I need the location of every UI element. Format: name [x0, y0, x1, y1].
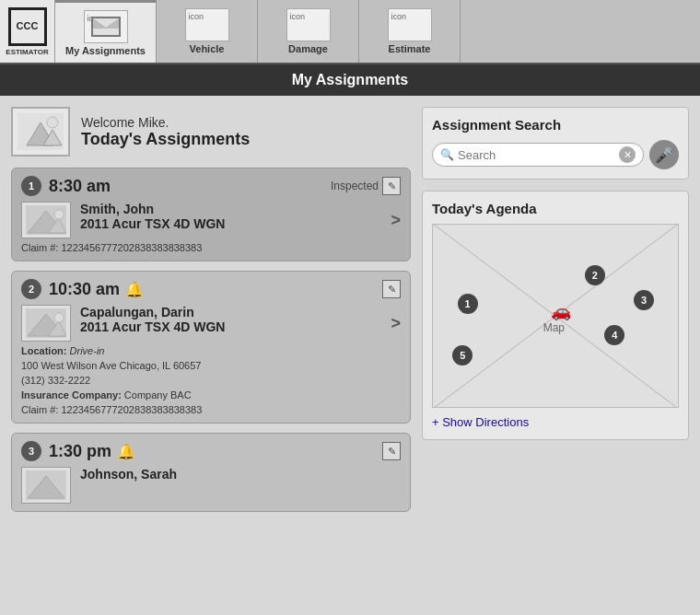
tab-label-my-assignments: My Assignments	[65, 45, 146, 56]
card-insurance-2: Insurance Company: Company BAC	[21, 389, 401, 400]
card-claim-1: Claim #: 1223456777202838383838383	[21, 242, 401, 253]
map-dot-4: 4	[604, 325, 624, 345]
card-info-1: Smith, John 2011 Acur TSX 4D WGN	[80, 202, 385, 231]
card-time-2: 10:30 am	[49, 280, 120, 299]
left-panel: Welcome Mike. Today's Assignments 1 8:30…	[11, 107, 411, 615]
bell-icon-3: 🔔	[117, 443, 135, 460]
card-status-2: ✎	[382, 280, 401, 298]
map-dot-3: 3	[634, 290, 654, 310]
car-icon: 🚗	[551, 301, 571, 321]
tab-label-damage: Damage	[288, 43, 328, 54]
mountain-icon	[18, 113, 64, 150]
tab-estimate[interactable]: icon Estimate	[359, 0, 461, 63]
svg-point-7	[54, 210, 64, 219]
card-header-1: 1 8:30 am Inspected ✎	[21, 176, 401, 196]
welcome-text: Welcome Mike. Today's Assignments	[81, 115, 250, 149]
agenda-title: Today's Agenda	[432, 201, 679, 216]
main-content: Welcome Mike. Today's Assignments 1 8:30…	[0, 96, 700, 615]
clear-search-button[interactable]: ✕	[619, 146, 636, 163]
assignment-card-1[interactable]: 1 8:30 am Inspected ✎ Smith,	[11, 168, 411, 261]
card-time-3: 1:30 pm	[49, 442, 111, 461]
card-info-3: Johnson, Sarah	[80, 467, 401, 482]
thumb-image-2	[26, 308, 66, 338]
search-section: Assignment Search 🔍 ✕ 🎤	[422, 107, 689, 180]
search-icon: 🔍	[440, 148, 454, 161]
card-info-2: Capalungan, Darin 2011 Acur TSX 4D WGN	[80, 305, 385, 334]
card-body-1: Smith, John 2011 Acur TSX 4D WGN >	[21, 202, 401, 238]
address-text-2: 100 West Wilson Ave Chicago, IL 60657	[21, 360, 201, 371]
map-dot-1: 1	[458, 294, 478, 314]
right-panel: Assignment Search 🔍 ✕ 🎤 Today's Agenda M…	[422, 107, 689, 615]
edit-icon-1[interactable]: ✎	[382, 177, 401, 195]
agenda-section: Today's Agenda Map 🚗 1 2 3 4 5 + Show Di…	[422, 191, 689, 440]
svg-point-11	[54, 313, 64, 322]
today-title: Today's Assignments	[81, 130, 250, 149]
card-name-2: Capalungan, Darin	[80, 305, 385, 319]
tab-my-assignments[interactable]: icon My Assignments	[55, 0, 157, 63]
location-text-2: Drive-in	[70, 345, 105, 356]
assignment-card-3[interactable]: 3 1:30 pm 🔔 ✎ Johnson, Sarah	[11, 433, 411, 512]
icon-label: icon	[391, 12, 407, 21]
tab-label-estimate: Estimate	[389, 43, 431, 54]
search-title: Assignment Search	[432, 117, 679, 133]
icon-label: icon	[290, 12, 306, 21]
map-dot-5: 5	[452, 345, 472, 366]
card-claim-2: Claim #: 1223456777202838383838383	[21, 404, 401, 415]
card-thumb-2	[21, 305, 71, 342]
welcome-section: Welcome Mike. Today's Assignments	[11, 107, 411, 157]
search-input-wrap: 🔍 ✕	[432, 143, 644, 167]
edit-icon-2[interactable]: ✎	[382, 280, 401, 298]
card-status-3: ✎	[382, 442, 401, 460]
thumb-image-1	[26, 205, 66, 235]
envelope-icon	[91, 17, 121, 37]
thumb-image-3	[26, 470, 66, 500]
tab-vehicle[interactable]: icon Vehicle	[157, 0, 258, 63]
estimate-icon-box: icon	[388, 8, 432, 41]
my-assignments-icon-box: icon	[84, 10, 128, 43]
card-thumb-3	[21, 467, 71, 504]
card-arrow-2[interactable]: >	[391, 314, 401, 333]
map-dot-2: 2	[585, 265, 605, 285]
card-vehicle-2: 2011 Acur TSX 4D WGN	[80, 319, 385, 334]
card-header-2: 2 10:30 am 🔔 ✎	[21, 279, 401, 299]
card-body-2: Capalungan, Darin 2011 Acur TSX 4D WGN >	[21, 305, 401, 342]
card-status-1: Inspected ✎	[331, 177, 401, 195]
card-name-3: Johnson, Sarah	[80, 467, 401, 482]
card-body-3: Johnson, Sarah	[21, 467, 401, 504]
page-header: My Assignments	[0, 64, 700, 96]
card-number-3: 3	[21, 441, 41, 461]
card-name-1: Smith, John	[80, 202, 385, 216]
card-thumb-1	[21, 202, 71, 238]
estimator-label: ESTIMATOR	[6, 48, 48, 56]
insurance-text-2: Company BAC	[124, 389, 192, 400]
damage-icon-box: icon	[286, 8, 331, 41]
card-number-1: 1	[21, 176, 41, 196]
logo-text: CCC	[17, 21, 39, 31]
top-navigation: CCC ESTIMATOR icon My Assignments icon V…	[0, 0, 700, 64]
status-text-1: Inspected	[331, 180, 379, 192]
card-arrow-1[interactable]: >	[391, 211, 401, 230]
phone-text-2: (312) 332-2222	[21, 375, 90, 386]
tab-damage[interactable]: icon Damage	[258, 0, 359, 63]
tab-label-vehicle: Vehicle	[190, 43, 225, 54]
card-phone-2: (312) 332-2222	[21, 375, 401, 386]
greeting: Welcome Mike.	[81, 115, 250, 130]
page-title: My Assignments	[292, 72, 409, 87]
svg-point-3	[47, 117, 58, 128]
logo: CCC ESTIMATOR	[0, 0, 55, 63]
edit-icon-3[interactable]: ✎	[382, 442, 401, 460]
bell-icon-2: 🔔	[125, 281, 144, 298]
icon-label: icon	[189, 12, 204, 21]
card-number-2: 2	[21, 279, 41, 299]
card-vehicle-1: 2011 Acur TSX 4D WGN	[80, 216, 385, 231]
claim-text-1: Claim #: 1223456777202838383838383	[21, 242, 202, 253]
assignment-card-2[interactable]: 2 10:30 am 🔔 ✎ Capalungan, Dar	[11, 271, 411, 424]
search-input[interactable]	[458, 148, 619, 162]
card-header-3: 3 1:30 pm 🔔 ✎	[21, 441, 401, 461]
microphone-button[interactable]: 🎤	[649, 140, 679, 169]
logo-box: CCC	[8, 7, 47, 46]
card-address-2: 100 West Wilson Ave Chicago, IL 60657	[21, 360, 401, 371]
map-container: Map 🚗 1 2 3 4 5	[432, 224, 679, 408]
welcome-image	[11, 107, 70, 157]
show-directions-link[interactable]: + Show Directions	[432, 415, 529, 429]
